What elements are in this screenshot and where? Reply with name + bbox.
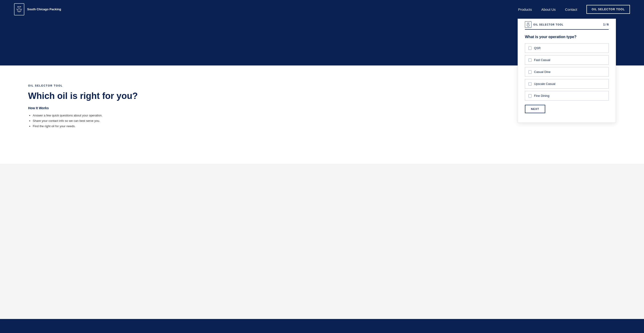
- svg-line-12: [529, 24, 530, 25]
- oil-selector-cta-button[interactable]: OIL SELECTOR TOOL: [586, 5, 630, 14]
- nav-contact[interactable]: Contact: [565, 7, 577, 11]
- svg-point-6: [20, 10, 20, 10]
- option-qsr-label: QSR: [534, 46, 540, 50]
- option-fast-casual-label: Fast Casual: [534, 58, 550, 62]
- option-upscale-casual-label: Upscale Casual: [534, 82, 555, 86]
- option-radio-casual-dine: [528, 70, 532, 74]
- option-radio-fast-casual: [528, 58, 532, 62]
- option-radio-upscale-casual: [528, 82, 532, 86]
- option-fine-dining[interactable]: Fine Dining: [525, 91, 609, 101]
- list-item: Find the right oil for your needs.: [33, 123, 602, 129]
- form-step-indicator: 1 / 6: [603, 23, 609, 26]
- form-header: SCP OIL SELECTOR TOOL 1 / 6: [525, 21, 609, 28]
- svg-line-4: [21, 9, 22, 9]
- form-divider: [525, 29, 609, 30]
- how-it-works-title: How It Works: [28, 106, 602, 110]
- oil-selector-form-card: SCP OIL SELECTOR TOOL 1 / 6 What is your…: [518, 14, 616, 123]
- svg-point-5: [18, 10, 19, 10]
- option-fast-casual[interactable]: Fast Casual: [525, 55, 609, 65]
- logo-text: South Chicago Packing: [27, 7, 61, 11]
- svg-point-10: [527, 24, 529, 27]
- svg-line-3: [16, 9, 17, 9]
- main-nav: Products About Us Contact OIL SELECTOR T…: [518, 5, 630, 14]
- how-it-works-list: Answer a few quick questions about your …: [28, 113, 602, 129]
- list-item: Answer a few quick questions about your …: [33, 113, 602, 118]
- option-upscale-casual[interactable]: Upscale Casual: [525, 79, 609, 89]
- logo-icon: SCP: [14, 3, 24, 15]
- site-header: SCP South Chicago Packing Products About…: [0, 0, 644, 19]
- form-tool-label: OIL SELECTOR TOOL: [533, 23, 564, 26]
- list-item: Share your contact info so we can best s…: [33, 118, 602, 123]
- svg-point-13: [528, 25, 528, 25]
- option-casual-dine[interactable]: Casual Dine: [525, 67, 609, 77]
- option-fine-dining-label: Fine Dining: [534, 94, 550, 97]
- svg-point-14: [528, 25, 529, 25]
- nav-products[interactable]: Products: [518, 7, 532, 11]
- option-qsr[interactable]: QSR: [525, 43, 609, 53]
- option-radio-fine-dining: [528, 94, 532, 97]
- nav-about-us[interactable]: About Us: [541, 7, 556, 11]
- svg-text:SCP: SCP: [17, 6, 21, 8]
- svg-text:SCP: SCP: [527, 22, 530, 24]
- option-casual-dine-label: Casual Dine: [534, 70, 551, 74]
- option-radio-qsr: [528, 46, 532, 50]
- logo-area: SCP South Chicago Packing: [14, 3, 61, 15]
- left-tool-label: OIL SELECTOR TOOL: [28, 84, 602, 87]
- form-question: What is your operation type?: [525, 35, 609, 39]
- form-logo-icon: SCP: [525, 21, 532, 28]
- footer-background: [0, 319, 644, 333]
- next-button[interactable]: NEXT: [525, 105, 545, 113]
- svg-line-11: [526, 24, 527, 25]
- main-content-area: OIL SELECTOR TOOL Which oil is right for…: [0, 65, 644, 164]
- main-heading: Which oil is right for you?: [28, 91, 602, 101]
- form-header-left: SCP OIL SELECTOR TOOL: [525, 21, 564, 28]
